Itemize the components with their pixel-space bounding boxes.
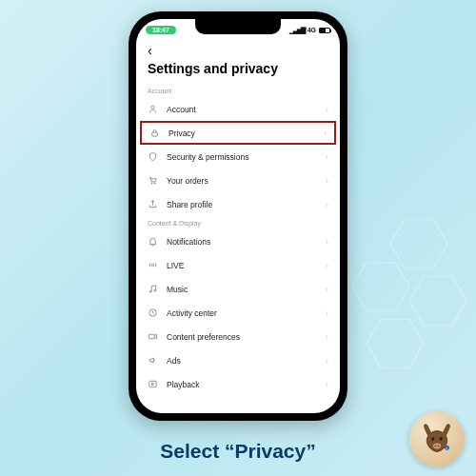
row-label: Music bbox=[167, 285, 326, 294]
chevron-right-icon: › bbox=[326, 356, 328, 366]
svg-point-16 bbox=[433, 444, 441, 449]
row-label: Account bbox=[167, 105, 326, 114]
svg-point-4 bbox=[151, 106, 154, 109]
row-share-profile[interactable]: Share profile › bbox=[136, 192, 340, 216]
status-right: ▁▃▅▇ 4G bbox=[289, 27, 330, 34]
row-orders[interactable]: Your orders › bbox=[136, 169, 340, 192]
play-icon bbox=[148, 379, 158, 389]
svg-point-18 bbox=[438, 446, 440, 447]
row-live[interactable]: LIVE › bbox=[136, 253, 340, 277]
chevron-right-icon: › bbox=[326, 105, 328, 114]
instruction-caption: Select “Privacy” bbox=[0, 440, 476, 463]
row-label: Activity center bbox=[167, 308, 326, 318]
row-label: Playback bbox=[167, 380, 326, 389]
cart-icon bbox=[148, 175, 158, 186]
bull-logo: ✓ bbox=[409, 411, 465, 466]
row-content-preferences[interactable]: Content preferences › bbox=[136, 325, 340, 348]
svg-point-6 bbox=[151, 183, 152, 184]
page-header: ‹ Settings and privacy bbox=[136, 38, 340, 84]
row-label: Security & permissions bbox=[167, 152, 326, 162]
row-label: Share profile bbox=[167, 200, 326, 209]
row-label: Ads bbox=[167, 356, 326, 366]
megaphone-icon bbox=[148, 355, 158, 366]
row-music[interactable]: Music › bbox=[136, 277, 340, 301]
row-activity-center[interactable]: Activity center › bbox=[136, 301, 340, 325]
row-ads[interactable]: Ads › bbox=[136, 348, 340, 372]
svg-text:✓: ✓ bbox=[446, 446, 448, 450]
section-label-account: Account bbox=[136, 84, 340, 97]
chevron-right-icon: › bbox=[326, 237, 328, 247]
chevron-right-icon: › bbox=[326, 380, 328, 389]
chevron-right-icon: › bbox=[324, 129, 327, 138]
svg-point-14 bbox=[431, 437, 434, 440]
live-icon bbox=[148, 260, 158, 270]
signal-icon: ▁▃▅▇ bbox=[289, 27, 305, 34]
svg-rect-5 bbox=[152, 132, 158, 136]
svg-point-9 bbox=[149, 290, 151, 292]
svg-rect-12 bbox=[149, 334, 154, 339]
chevron-right-icon: › bbox=[326, 332, 328, 342]
row-playback[interactable]: Playback › bbox=[136, 372, 340, 396]
phone-frame: 18:47 ▁▃▅▇ 4G ‹ Settings and privacy Acc… bbox=[129, 11, 347, 421]
chevron-right-icon: › bbox=[326, 176, 328, 186]
svg-point-10 bbox=[154, 289, 156, 291]
row-label: Your orders bbox=[167, 176, 326, 186]
page-title: Settings and privacy bbox=[148, 61, 328, 76]
network-label: 4G bbox=[307, 27, 316, 33]
share-icon bbox=[148, 199, 158, 209]
row-label: Notifications bbox=[167, 237, 326, 247]
battery-icon bbox=[319, 28, 330, 33]
video-icon bbox=[148, 331, 158, 342]
status-time: 18:47 bbox=[146, 26, 176, 34]
svg-marker-1 bbox=[352, 262, 409, 311]
row-privacy[interactable]: Privacy › bbox=[140, 121, 336, 145]
bg-hex bbox=[367, 319, 424, 368]
row-label: LIVE bbox=[167, 261, 326, 270]
svg-rect-13 bbox=[149, 381, 156, 387]
clock-icon bbox=[148, 307, 158, 318]
person-icon bbox=[148, 104, 158, 114]
lock-icon bbox=[149, 128, 160, 138]
chevron-right-icon: › bbox=[326, 152, 328, 162]
chevron-right-icon: › bbox=[326, 200, 328, 209]
svg-point-15 bbox=[440, 437, 443, 440]
svg-marker-3 bbox=[367, 319, 424, 368]
bg-hex bbox=[352, 262, 409, 311]
row-notifications[interactable]: Notifications › bbox=[136, 229, 340, 253]
row-security[interactable]: Security & permissions › bbox=[136, 145, 340, 169]
svg-point-17 bbox=[435, 446, 437, 447]
svg-point-8 bbox=[151, 264, 153, 266]
section-label-content: Content & Display bbox=[136, 216, 340, 229]
row-account[interactable]: Account › bbox=[136, 97, 340, 121]
phone-notch bbox=[195, 19, 281, 34]
music-icon bbox=[148, 284, 158, 294]
back-button[interactable]: ‹ bbox=[148, 44, 152, 57]
row-label: Content preferences bbox=[167, 332, 326, 342]
bell-icon bbox=[148, 236, 158, 247]
phone-screen: 18:47 ▁▃▅▇ 4G ‹ Settings and privacy Acc… bbox=[136, 19, 340, 413]
shield-icon bbox=[148, 151, 158, 162]
chevron-right-icon: › bbox=[326, 285, 328, 294]
chevron-right-icon: › bbox=[326, 308, 328, 318]
chevron-right-icon: › bbox=[326, 261, 328, 270]
svg-point-7 bbox=[154, 183, 155, 184]
row-label: Privacy bbox=[169, 129, 324, 138]
